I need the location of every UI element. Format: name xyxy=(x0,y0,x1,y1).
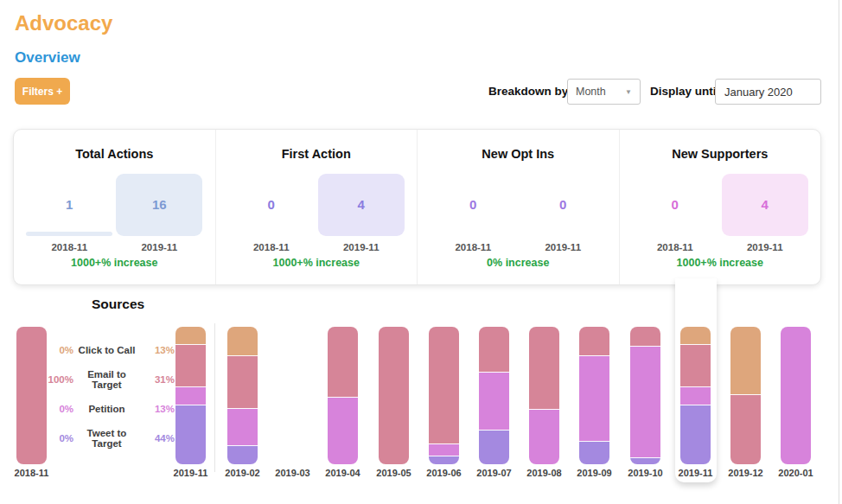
stat-value-prev: 0 xyxy=(228,174,315,236)
stat-date-labels: 2018-112019-11 xyxy=(418,242,619,252)
legend-label: Tweet to Target xyxy=(73,428,140,449)
bar-segment-email_to_target[interactable] xyxy=(328,327,358,397)
stat-column-prev: 0 xyxy=(632,174,718,236)
bar-segment-petition[interactable] xyxy=(680,386,711,404)
bar-segment-petition[interactable] xyxy=(429,443,459,456)
bar-segment-email_to_target[interactable] xyxy=(680,344,711,386)
bar-label-2019-04: 2019-04 xyxy=(317,468,369,478)
bar-segment-tweet_to_target[interactable] xyxy=(429,456,459,464)
bar-label-2019-03: 2019-03 xyxy=(267,468,319,478)
bar-label-2020-01: 2020-01 xyxy=(770,468,822,478)
bar-segment-email_to_target[interactable] xyxy=(479,327,509,372)
stat-date-label: 2019-11 xyxy=(116,242,202,252)
chart-section-divider xyxy=(214,323,215,472)
legend-row-email-to-target: 100%Email to Target31% xyxy=(35,365,175,394)
bar-segment-petition[interactable] xyxy=(175,386,206,404)
stat-date-label: 2019-11 xyxy=(318,242,405,252)
stat-date-labels: 2018-112019-11 xyxy=(620,242,821,252)
stat-change-badge: 1000+% increase xyxy=(620,257,821,269)
stat-date-labels: 2018-112019-11 xyxy=(216,242,418,252)
bar-segment-tweet_to_target[interactable] xyxy=(680,405,711,464)
breakdown-select-value: Month xyxy=(576,86,606,98)
stat-title: New Opt Ins xyxy=(418,147,619,161)
breakdown-select[interactable]: Month ▼ xyxy=(567,79,641,105)
stat-value-curr: 4 xyxy=(722,174,808,236)
stat-date-label: 2019-11 xyxy=(722,242,808,252)
bar-label-2019-11: 2019-11 xyxy=(670,468,722,478)
breakdown-by-label: Breakdown by xyxy=(488,79,568,105)
stat-column-prev: 0 xyxy=(228,174,315,236)
stat-date-label: 2019-11 xyxy=(520,242,606,252)
bar-segment-petition[interactable] xyxy=(579,355,609,441)
legend-row-petition: 0%Petition13% xyxy=(35,394,175,424)
sources-title: Sources xyxy=(92,297,144,312)
bar-segment-tweet_to_target[interactable] xyxy=(630,457,660,464)
stat-column-curr: 0 xyxy=(520,174,606,236)
bar-2019-07 xyxy=(479,327,509,464)
stat-card-new-supporters: New Supporters042018-112019-111000+% inc… xyxy=(620,130,821,284)
stat-column-prev: 1 xyxy=(26,174,112,236)
bar-segment-petition[interactable] xyxy=(479,372,509,430)
filters-button[interactable]: Filters + xyxy=(15,78,70,105)
bar-2019-05 xyxy=(379,327,409,464)
bar-segment-email_to_target[interactable] xyxy=(529,327,559,409)
bar-label-2019-07: 2019-07 xyxy=(469,468,520,478)
bar-segment-click_to_call[interactable] xyxy=(730,327,761,394)
stat-date-label: 2018-11 xyxy=(430,242,516,252)
stat-title: First Action xyxy=(216,147,418,161)
stat-date-label: 2018-11 xyxy=(26,242,112,252)
bar-label-2019-02: 2019-02 xyxy=(217,468,269,478)
stat-card-new-opt-ins: New Opt Ins002018-112019-110% increase xyxy=(418,130,620,284)
bar-segment-tweet_to_target[interactable] xyxy=(227,445,258,464)
stat-value-curr: 0 xyxy=(520,174,606,236)
legend-row-tweet-to-target: 0%Tweet to Target44% xyxy=(35,424,175,453)
stat-title: Total Actions xyxy=(14,147,215,161)
bar-segment-tweet_to_target[interactable] xyxy=(579,441,609,464)
legend-curr-pct: 13% xyxy=(140,404,175,414)
stat-column-curr: 16 xyxy=(116,174,202,236)
bar-segment-email_to_target[interactable] xyxy=(16,327,47,464)
bar-segment-petition[interactable] xyxy=(630,346,660,457)
bar-segment-email_to_target[interactable] xyxy=(379,327,409,464)
bar-segment-petition[interactable] xyxy=(328,397,358,464)
stat-value-prev: 0 xyxy=(430,174,516,236)
bar-segment-email_to_target[interactable] xyxy=(175,344,206,386)
bar-segment-click_to_call[interactable] xyxy=(227,327,258,355)
display-until-input[interactable] xyxy=(715,79,821,105)
stat-title: New Supporters xyxy=(620,147,821,161)
bar-segment-tweet_to_target[interactable] xyxy=(175,405,206,464)
stat-change-badge: 1000+% increase xyxy=(14,257,215,269)
bar-label-2019-05: 2019-05 xyxy=(368,468,420,478)
stat-change-badge: 1000+% increase xyxy=(216,257,418,269)
caret-down-icon: ▼ xyxy=(625,88,632,96)
bar-label-2019-11: 2019-11 xyxy=(165,468,217,478)
bar-2018-11 xyxy=(16,327,47,464)
stat-column-curr: 4 xyxy=(722,174,808,236)
bar-2019-11 xyxy=(680,327,711,464)
sources-stacked-bar-chart: 0%Click to Call13%100%Email to Target31%… xyxy=(0,326,842,504)
stat-mini-chart: 04 xyxy=(216,174,418,236)
bar-2020-01 xyxy=(781,327,811,464)
bar-segment-email_to_target[interactable] xyxy=(429,327,459,443)
bar-segment-petition[interactable] xyxy=(529,409,559,464)
legend-curr-pct: 44% xyxy=(140,433,175,443)
legend-label: Petition xyxy=(73,404,140,414)
bar-segment-email_to_target[interactable] xyxy=(579,327,609,355)
stat-mini-chart: 116 xyxy=(14,174,215,236)
stat-value-curr: 4 xyxy=(318,174,405,236)
bar-segment-click_to_call[interactable] xyxy=(680,327,711,344)
bar-segment-click_to_call[interactable] xyxy=(175,327,206,344)
legend-label: Click to Call xyxy=(73,345,140,355)
bar-segment-email_to_target[interactable] xyxy=(630,327,660,346)
stat-date-label: 2018-11 xyxy=(632,242,718,252)
bar-segment-petition[interactable] xyxy=(781,327,811,464)
bar-segment-email_to_target[interactable] xyxy=(730,394,761,464)
bar-2019-02 xyxy=(227,327,258,464)
bar-segment-email_to_target[interactable] xyxy=(227,355,258,407)
stat-card-first-action: First Action042018-112019-111000+% incre… xyxy=(216,130,418,284)
bar-segment-petition[interactable] xyxy=(227,408,258,445)
bar-label-2018-11: 2018-11 xyxy=(6,468,58,478)
legend-curr-pct: 31% xyxy=(140,374,175,385)
bar-segment-tweet_to_target[interactable] xyxy=(479,430,509,464)
stat-mini-chart: 00 xyxy=(418,174,619,236)
